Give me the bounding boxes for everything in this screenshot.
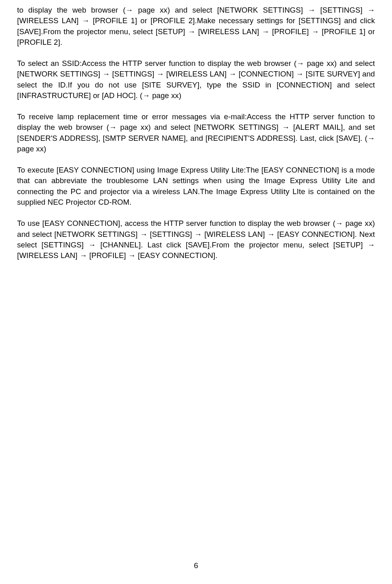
paragraph-4: To execute [EASY CONNECTION] using Image… xyxy=(17,165,375,208)
paragraph-1: to display the web browser (→ page xx) a… xyxy=(17,5,375,48)
paragraph-2: To select an SSID:Access the HTTP server… xyxy=(17,58,375,101)
paragraph-3: To receive lamp replacement time or erro… xyxy=(17,112,375,154)
paragraph-5: To use [EASY CONNECTION], access the HTT… xyxy=(17,218,375,261)
page-number: 6 xyxy=(0,561,392,570)
page-content: to display the web browser (→ page xx) a… xyxy=(0,0,392,261)
